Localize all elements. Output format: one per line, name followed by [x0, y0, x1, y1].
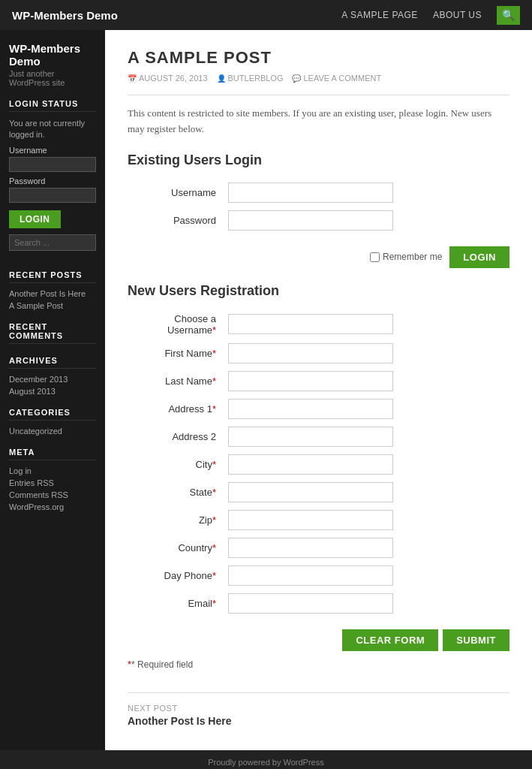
sidebar-recent-post-1[interactable]: A Sample Post — [9, 301, 96, 310]
sidebar-recent-comments-title: RECENT COMMENTS — [9, 322, 96, 344]
reg-row-country: Country* — [128, 534, 509, 562]
site-title-nav: WP-Members Demo — [12, 9, 118, 22]
required-star: * — [212, 403, 216, 415]
reg-row-zip: Zip* — [128, 506, 509, 534]
sidebar-meta-login[interactable]: Log in — [9, 466, 96, 475]
top-navigation: WP-Members Demo A SAMPLE PAGE ABOUT US 🔍 — [0, 0, 532, 30]
reg-input-city[interactable] — [228, 454, 393, 475]
sidebar-search-input[interactable] — [9, 234, 96, 251]
login-password-row: Password — [128, 207, 509, 234]
reg-label-city: City* — [128, 451, 225, 478]
reg-row-choose-username: Choose a Username* — [128, 309, 509, 339]
reg-input-state[interactable] — [228, 482, 393, 502]
post-meta: 📅 AUGUST 26, 2013 👤 BUTLERBLOG 💬 LEAVE A… — [128, 74, 509, 83]
required-star: * — [212, 598, 216, 609]
sidebar-meta-title: META — [9, 448, 96, 460]
reg-input-choose-username[interactable] — [228, 314, 393, 334]
sidebar-login-status-title: LOGIN STATUS — [9, 99, 96, 112]
reg-label-address-2: Address 2 — [128, 423, 225, 451]
reg-label-day-phone: Day Phone* — [128, 562, 225, 590]
required-star: * — [212, 570, 216, 581]
login-username-row: Username — [128, 179, 509, 207]
reg-row-city: City* — [128, 451, 509, 478]
reg-label-zip: Zip* — [128, 506, 225, 534]
sidebar-site-tagline: Just another WordPress site — [9, 69, 96, 87]
reg-row-address-1: Address 1* — [128, 395, 509, 423]
sidebar-password-label: Password — [9, 176, 96, 185]
reg-input-email[interactable] — [228, 593, 393, 614]
reg-input-address-1[interactable] — [228, 399, 393, 419]
registration-form: Choose a Username* First Name* Last Name… — [128, 309, 509, 617]
nav-link-sample-page[interactable]: A SAMPLE PAGE — [341, 10, 418, 20]
next-post-section: NEXT POST Another Post Is Here — [128, 692, 509, 728]
reg-label-last-name: Last Name* — [128, 367, 225, 395]
sidebar-username-label: Username — [9, 146, 96, 155]
sidebar-archive-0[interactable]: December 2013 — [9, 375, 96, 384]
reg-input-address-2[interactable] — [228, 427, 393, 447]
reg-label-address-1: Address 1* — [128, 395, 225, 423]
sidebar-meta-wordpress-org[interactable]: WordPress.org — [9, 502, 96, 511]
clear-form-button[interactable]: CLEAR FORM — [342, 629, 438, 651]
sidebar-category-0[interactable]: Uncategorized — [9, 427, 96, 436]
required-star: * — [212, 487, 216, 498]
existing-login-form: Username Password — [128, 179, 509, 234]
remember-me-checkbox[interactable] — [370, 252, 380, 262]
required-star: * — [212, 459, 216, 470]
person-icon: 👤 — [217, 74, 226, 83]
login-password-label: Password — [128, 207, 225, 234]
reg-label-country: Country* — [128, 534, 225, 562]
required-star: * — [212, 375, 216, 387]
footer-text: Proudly powered by WordPress — [208, 758, 323, 767]
sidebar-recent-post-0[interactable]: Another Post Is Here — [9, 289, 96, 298]
required-star: * — [212, 324, 216, 336]
reg-label-email: Email* — [128, 590, 225, 617]
sidebar-username-input[interactable] — [9, 157, 96, 172]
page-wrapper: WP-Members Demo Just another WordPress s… — [0, 30, 532, 750]
reg-row-state: State* — [128, 478, 509, 506]
required-star: * — [212, 348, 216, 359]
login-submit-button[interactable]: LOGIN — [449, 246, 509, 268]
sidebar-archive-1[interactable]: August 2013 — [9, 387, 96, 396]
login-username-input[interactable] — [228, 182, 393, 203]
sidebar-recent-posts-title: RECENT POSTS — [9, 270, 96, 283]
footer: Proudly powered by WordPress — [0, 750, 532, 769]
main-content: A SAMPLE POST 📅 AUGUST 26, 2013 👤 BUTLER… — [105, 30, 532, 750]
required-star: * — [212, 514, 216, 526]
post-meta-author: 👤 BUTLERBLOG — [217, 74, 284, 83]
calendar-icon: 📅 — [128, 74, 137, 83]
reg-input-zip[interactable] — [228, 510, 393, 530]
registration-section: New Users Registration Choose a Username… — [128, 283, 509, 670]
form-buttons-row: CLEAR FORM SUBMIT — [128, 629, 509, 651]
reg-row-first-name: First Name* — [128, 339, 509, 367]
reg-input-day-phone[interactable] — [228, 565, 393, 586]
sidebar-site-title: WP-Members Demo — [9, 42, 96, 68]
next-post-label: NEXT POST — [128, 704, 509, 713]
reg-row-day-phone: Day Phone* — [128, 562, 509, 590]
post-title: A SAMPLE POST — [128, 48, 509, 68]
login-password-input[interactable] — [228, 210, 393, 231]
next-post-link[interactable]: Another Post Is Here — [128, 715, 231, 727]
nav-link-about-us[interactable]: ABOUT US — [433, 10, 482, 20]
remember-me-label[interactable]: Remember me — [370, 252, 442, 262]
reg-label-state: State* — [128, 478, 225, 506]
sidebar-meta-comments-rss[interactable]: Comments RSS — [9, 490, 96, 499]
post-meta-date: 📅 AUGUST 26, 2013 — [128, 74, 208, 83]
reg-label-first-name: First Name* — [128, 339, 225, 367]
reg-input-last-name[interactable] — [228, 371, 393, 391]
submit-button[interactable]: SUBMIT — [443, 629, 509, 651]
post-meta-comment: 💬 LEAVE A COMMENT — [292, 74, 381, 83]
sidebar: WP-Members Demo Just another WordPress s… — [0, 30, 105, 750]
sidebar-login-button[interactable]: LOGIN — [9, 210, 61, 228]
sidebar-password-input[interactable] — [9, 188, 96, 203]
required-note: ** Required field — [128, 659, 509, 670]
reg-input-first-name[interactable] — [228, 343, 393, 363]
reg-row-address-2: Address 2 — [128, 423, 509, 451]
reg-input-country[interactable] — [228, 538, 393, 558]
sidebar-categories-title: CATEGORIES — [9, 408, 96, 421]
post-restricted-text: This content is restricted to site membe… — [128, 106, 509, 137]
registration-title: New Users Registration — [128, 283, 509, 299]
sidebar-meta-entries-rss[interactable]: Entries RSS — [9, 478, 96, 487]
search-icon[interactable]: 🔍 — [497, 6, 520, 25]
reg-row-last-name: Last Name* — [128, 367, 509, 395]
sidebar-login-status-text: You are not currently logged in. — [9, 118, 96, 141]
